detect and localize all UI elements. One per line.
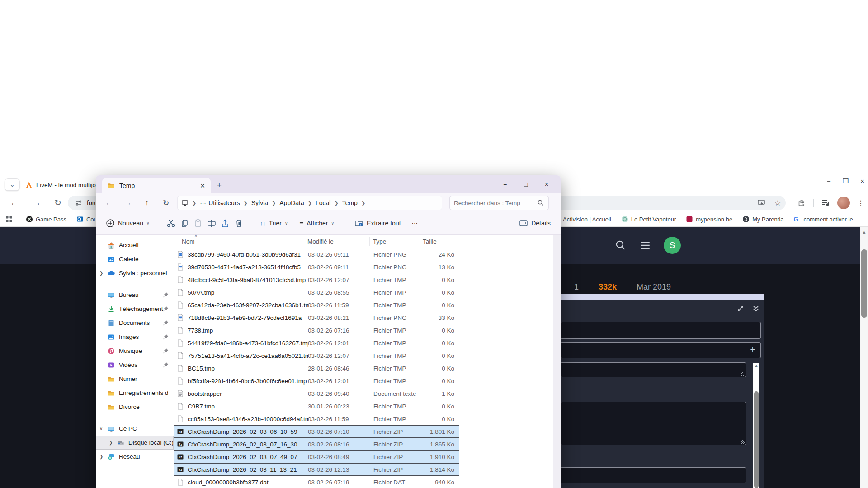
details-button[interactable]: Détails (515, 216, 554, 230)
save-page-icon[interactable] (757, 198, 766, 207)
composer-tags-field[interactable]: + (561, 342, 761, 358)
column-header-size[interactable]: Taille (423, 238, 457, 245)
explorer-maximize-button[interactable]: □ (515, 175, 536, 193)
view-button[interactable]: ≡ Afficher ∨ (296, 217, 338, 230)
explorer-tab-close-icon[interactable]: ✕ (200, 182, 205, 189)
bookmark-item[interactable]: Game Pass (26, 216, 66, 223)
hamburger-menu-icon[interactable] (639, 239, 651, 251)
share-icon[interactable] (221, 219, 230, 228)
table-row[interactable]: cloud_00000000b3bfa877.dat03-02-26 07:19… (174, 476, 459, 488)
cut-icon[interactable] (166, 219, 175, 228)
table-row[interactable]: 7zCfxCrashDump_2026_02_03_11_13_2103-02-… (174, 463, 459, 476)
sidebar-item-t-l-chargement[interactable]: Téléchargement (96, 302, 174, 316)
sidebar-item-sylvia-personnel[interactable]: ❯Sylvia : personnel (96, 266, 174, 280)
browser-maximize-button[interactable]: ❐ (843, 177, 849, 185)
composer-title-field[interactable] (561, 322, 761, 339)
forward-button[interactable]: → (120, 198, 136, 207)
this-pc-icon[interactable] (181, 199, 189, 206)
table-row[interactable]: cc85a153-0ae8-4346-a23b-40000c6d94af.tmp… (174, 413, 459, 425)
page-scroll-up-arrow[interactable]: ▲ (860, 227, 868, 235)
chevron-right-icon[interactable]: ❯ (109, 440, 113, 445)
table-row[interactable]: 75751e13-5a41-4cfb-a72c-ce1aa6a05021.tmp… (174, 349, 459, 362)
bookmark-item[interactable]: mypension.be (686, 216, 732, 223)
composer-textarea-2[interactable] (561, 402, 746, 445)
apps-grid-icon[interactable] (5, 216, 13, 223)
table-row[interactable]: 48cfbccf-9c5f-43fa-9ba0-8741013cfc5d.tmp… (174, 273, 459, 286)
browser-back-button[interactable]: ← (10, 196, 19, 210)
site-info-icon[interactable] (75, 199, 82, 206)
paste-icon[interactable] (193, 219, 203, 228)
resize-handle[interactable] (741, 440, 745, 444)
chevron-right-icon[interactable]: ❯ (99, 271, 103, 276)
views-count[interactable]: 332k (599, 282, 617, 292)
bookmark-star-icon[interactable]: ☆ (774, 198, 781, 208)
chevron-down-icon[interactable]: ∨ (99, 426, 103, 431)
file-list-scrollbar[interactable] (553, 235, 561, 488)
extensions-puzzle-icon[interactable] (797, 198, 806, 207)
browser-minimize-button[interactable]: − (827, 177, 831, 185)
explorer-minimize-button[interactable]: − (495, 175, 515, 193)
chevron-right-icon[interactable]: ❯ (99, 454, 103, 459)
rename-icon[interactable] (207, 219, 216, 228)
more-options-icon[interactable]: ⋯ (409, 220, 422, 227)
column-header-type[interactable]: Type (373, 238, 423, 245)
table-row[interactable]: bootstrapper03-02-26 09:40Document texte… (174, 387, 459, 400)
table-row[interactable]: 50AA.tmp03-02-26 08:55Fichier TMP0 Ko (174, 286, 459, 299)
copy-icon[interactable] (180, 219, 189, 228)
browser-tab-fivem[interactable]: FiveM - le mod multijoueu (25, 178, 106, 192)
bookmark-item[interactable]: Le Petit Vapoteur (621, 216, 676, 223)
explorer-search-input[interactable] (454, 200, 537, 206)
table-row[interactable]: 7zCfxCrashDump_2026_02_03_07_16_3003-02-… (174, 438, 459, 450)
table-row[interactable]: 718d8c8e-91b3-4eb9-bd72-79cdecf1691a03-0… (174, 311, 459, 324)
sort-button[interactable]: ↑↓ Trier ∨ (256, 217, 292, 230)
composer-scrollbar-thumb[interactable] (754, 391, 759, 488)
table-row[interactable]: 38cdb799-9460-40fd-b051-3d0b99d6af3103-0… (174, 248, 459, 261)
scroll-up-arrow[interactable]: ▲ (753, 363, 760, 368)
new-button[interactable]: Nouveau ∨ (102, 216, 153, 230)
table-row[interactable]: 65ca12da-23eb-463f-9207-232cba1636b1.tmp… (174, 299, 459, 311)
explorer-search-box[interactable] (449, 196, 549, 210)
bookmark-item[interactable]: Activision | Accueil (563, 216, 611, 223)
extract-all-button[interactable]: Extraire tout (351, 216, 404, 230)
breadcrumb-item[interactable]: AppData (279, 199, 304, 206)
sidebar-item-accueil[interactable]: Accueil (96, 238, 174, 252)
refresh-button[interactable]: ↻ (158, 198, 174, 208)
sidebar-item-images[interactable]: Images (96, 330, 174, 344)
sidebar-item-galerie[interactable]: Galerie (96, 252, 174, 266)
explorer-tab-temp[interactable]: Temp ✕ (102, 178, 211, 193)
breadcrumb-item[interactable]: Utilisateurs (208, 199, 240, 206)
add-tag-icon[interactable]: + (750, 345, 755, 355)
collapse-double-chevron-icon[interactable] (752, 305, 760, 312)
bookmark-item[interactable]: My Parentia (742, 216, 783, 223)
back-button[interactable]: ← (101, 198, 117, 207)
sidebar-item-numer[interactable]: Numer (96, 372, 174, 386)
delete-icon[interactable] (234, 219, 243, 228)
breadcrumb-item[interactable]: Local (316, 199, 330, 206)
sidebar-item-ce-pc[interactable]: ∨Ce PC (96, 422, 174, 436)
sidebar-item-vid-os[interactable]: Vidéos (96, 358, 174, 372)
table-row[interactable]: 7zCfxCrashDump_2026_02_03_06_10_5903-02-… (174, 425, 459, 438)
table-row[interactable]: 39d70530-4d71-4ad7-a213-36514f48cfb503-0… (174, 261, 459, 273)
column-divider[interactable] (304, 237, 304, 246)
column-header-name[interactable]: Nom (174, 238, 307, 245)
search-icon[interactable] (615, 239, 627, 251)
expand-icon[interactable] (737, 305, 744, 312)
explorer-close-button[interactable]: × (536, 175, 557, 193)
bookmark-item[interactable]: Gcomment activer le... (794, 216, 858, 223)
sidebar-item-disque-local-c-[interactable]: ❯Disque local (C:) (96, 436, 174, 450)
breadcrumb-overflow[interactable]: ⋯ (200, 199, 207, 206)
column-header-date[interactable]: Modifié le (307, 238, 373, 245)
browser-close-button[interactable]: × (860, 177, 864, 185)
breadcrumb-item[interactable]: Sylvia (251, 199, 268, 206)
sidebar-item-bureau[interactable]: Bureau (96, 288, 174, 302)
column-divider[interactable] (369, 237, 370, 246)
page-scrollbar-thumb[interactable] (861, 249, 867, 318)
playlist-icon[interactable] (821, 198, 830, 207)
composer-field-3[interactable] (561, 467, 746, 483)
table-row[interactable]: bf5fcdfa-92fd-4b64-8bc6-3b00f6c6ee01.tmp… (174, 375, 459, 387)
up-button[interactable]: ↑ (139, 198, 155, 207)
browser-refresh-button[interactable]: ↻ (54, 196, 61, 210)
page-scrollbar[interactable]: ▲ (860, 227, 868, 488)
tab-search-button[interactable]: ⌄ (5, 178, 20, 191)
sidebar-item-r-seau[interactable]: ❯Réseau (96, 450, 174, 464)
